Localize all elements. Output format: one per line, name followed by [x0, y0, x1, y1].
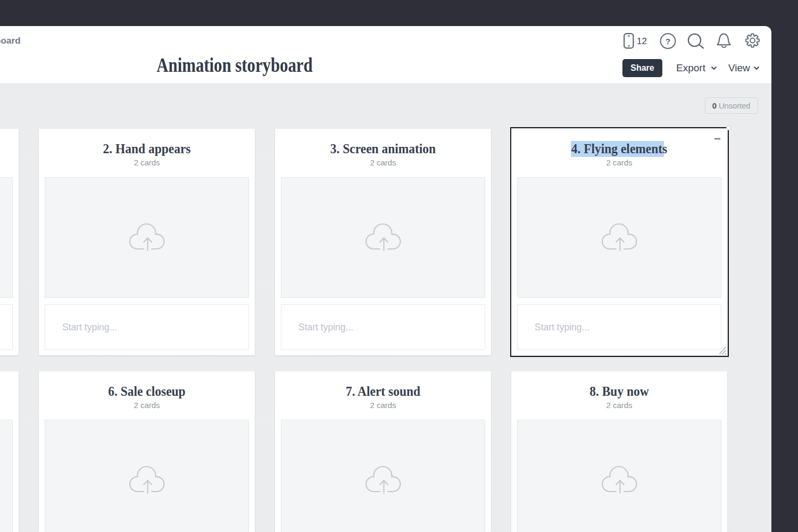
- svg-text:?: ?: [666, 37, 670, 46]
